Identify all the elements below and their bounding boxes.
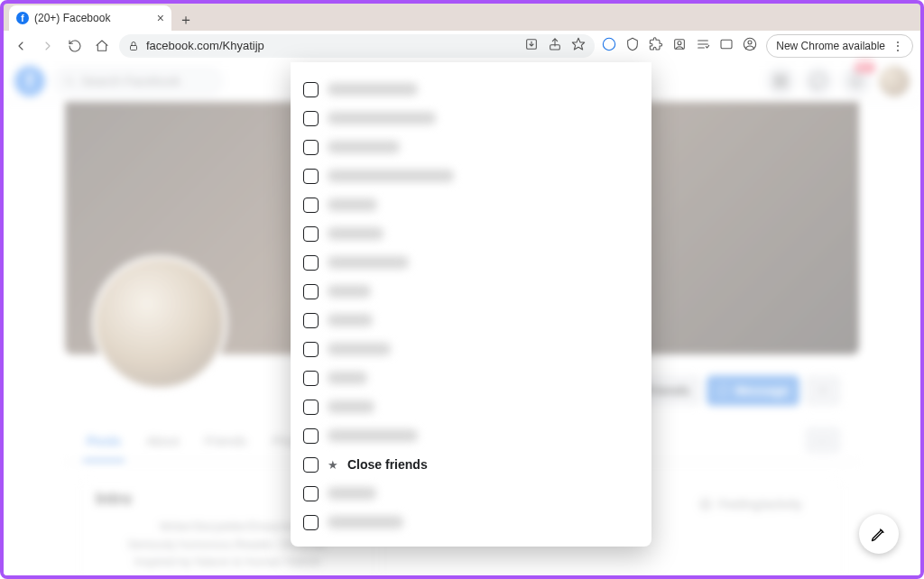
checkbox[interactable] bbox=[303, 226, 319, 242]
edit-fab[interactable] bbox=[859, 514, 899, 554]
checkbox[interactable] bbox=[303, 400, 319, 415]
bookmark-star-icon[interactable] bbox=[571, 37, 586, 54]
messenger-small-icon bbox=[717, 384, 730, 397]
forward-button[interactable] bbox=[38, 36, 58, 56]
shield-icon[interactable] bbox=[625, 37, 640, 55]
facebook-favicon: f bbox=[16, 12, 29, 24]
tab-more[interactable]: ··· bbox=[805, 427, 841, 454]
svg-point-15 bbox=[774, 75, 777, 78]
list-item-label bbox=[328, 112, 436, 124]
profile-picture[interactable] bbox=[92, 255, 227, 391]
list-item-label bbox=[328, 343, 391, 355]
share-icon[interactable] bbox=[548, 37, 562, 54]
list-item-label bbox=[328, 314, 373, 326]
address-bar[interactable]: facebook.com/Khyatijp bbox=[119, 34, 595, 58]
friend-list-item[interactable] bbox=[303, 335, 639, 363]
notifications-icon[interactable]: 20+ bbox=[841, 66, 872, 96]
reload-button[interactable] bbox=[65, 36, 85, 56]
messenger-icon[interactable] bbox=[803, 66, 834, 96]
downloads-icon[interactable] bbox=[602, 37, 616, 55]
tab-posts[interactable]: Posts bbox=[83, 427, 125, 462]
user-avatar[interactable] bbox=[879, 66, 910, 96]
friend-list-item[interactable] bbox=[303, 161, 639, 190]
list-item-label bbox=[328, 256, 409, 269]
tab-strip: f (20+) Facebook × ＋ bbox=[4, 4, 920, 31]
pencil-icon bbox=[870, 525, 888, 543]
checkbox[interactable] bbox=[303, 140, 319, 155]
kebab-icon: ⋮ bbox=[892, 40, 903, 52]
list-item-label bbox=[328, 487, 376, 500]
friend-list-item[interactable] bbox=[303, 392, 639, 421]
svg-point-19 bbox=[780, 79, 782, 82]
checkbox[interactable] bbox=[303, 515, 319, 530]
list-item-label bbox=[328, 170, 454, 182]
list-item-label bbox=[328, 372, 367, 384]
browser-tab[interactable]: f (20+) Facebook × bbox=[9, 5, 171, 31]
checkbox[interactable] bbox=[303, 428, 319, 444]
install-icon[interactable] bbox=[524, 37, 539, 54]
checkbox[interactable] bbox=[303, 486, 319, 501]
profile-avatar-icon[interactable] bbox=[743, 37, 757, 55]
account-icon[interactable] bbox=[672, 37, 687, 55]
list-item-label bbox=[328, 198, 377, 211]
friend-list-item[interactable] bbox=[303, 248, 639, 277]
chevron-down-icon bbox=[817, 384, 829, 397]
browser-toolbar: facebook.com/Khyatijp New Chrome availab… bbox=[4, 31, 920, 60]
friend-list-item[interactable] bbox=[303, 75, 639, 104]
friend-list-item[interactable] bbox=[303, 190, 639, 219]
reading-list-icon[interactable] bbox=[696, 37, 710, 55]
list-item-label: Close friends bbox=[347, 457, 428, 472]
checkbox[interactable] bbox=[303, 111, 319, 126]
extensions-icon[interactable] bbox=[649, 37, 663, 55]
star-icon: ★ bbox=[328, 458, 338, 472]
lock-icon bbox=[128, 41, 139, 51]
checkbox[interactable] bbox=[303, 313, 319, 328]
checkbox[interactable] bbox=[303, 284, 319, 299]
close-tab-icon[interactable]: × bbox=[157, 12, 164, 24]
svg-point-29 bbox=[704, 502, 705, 503]
checkbox[interactable] bbox=[303, 82, 319, 97]
friend-list-item[interactable] bbox=[303, 306, 639, 335]
menu-icon[interactable] bbox=[765, 66, 796, 96]
friend-list-item[interactable] bbox=[303, 421, 639, 450]
tab-search-icon[interactable] bbox=[719, 37, 734, 55]
back-button[interactable] bbox=[11, 36, 31, 56]
url-text: facebook.com/Khyatijp bbox=[146, 39, 264, 52]
friend-list-item[interactable] bbox=[303, 277, 639, 306]
friend-list-item[interactable] bbox=[303, 133, 639, 161]
search-icon bbox=[63, 75, 76, 87]
tab-friends[interactable]: Friends bbox=[201, 427, 251, 462]
checkbox[interactable] bbox=[303, 169, 319, 184]
message-button[interactable]: Message bbox=[707, 375, 799, 406]
new-tab-button[interactable]: ＋ bbox=[175, 9, 197, 31]
checkbox[interactable] bbox=[303, 255, 319, 271]
svg-point-20 bbox=[784, 79, 787, 82]
chrome-update-pill[interactable]: New Chrome available ⋮ bbox=[766, 34, 913, 58]
friend-list-item[interactable]: ★Close friends bbox=[303, 450, 639, 479]
friend-list-modal: ★Close friends bbox=[291, 62, 651, 547]
friend-list-item[interactable] bbox=[303, 508, 639, 537]
svg-point-21 bbox=[774, 84, 777, 87]
facebook-search[interactable]: Search Facebook bbox=[52, 66, 224, 96]
tab-about[interactable]: About bbox=[143, 427, 183, 462]
smile-icon bbox=[698, 497, 713, 511]
svg-point-18 bbox=[774, 79, 777, 82]
tab-title: (20+) Facebook bbox=[34, 12, 110, 24]
list-item-label bbox=[328, 429, 418, 442]
more-actions-button[interactable] bbox=[805, 375, 841, 406]
checkbox[interactable] bbox=[303, 457, 319, 473]
friend-list-item[interactable] bbox=[303, 219, 639, 248]
checkbox[interactable] bbox=[303, 198, 319, 213]
svg-point-16 bbox=[780, 75, 782, 78]
friend-list-item[interactable] bbox=[303, 363, 639, 392]
home-button[interactable] bbox=[92, 36, 112, 56]
friend-list-item[interactable] bbox=[303, 104, 639, 133]
svg-line-14 bbox=[71, 83, 74, 86]
list-item-label bbox=[328, 285, 371, 298]
facebook-logo[interactable]: f bbox=[14, 66, 45, 96]
composer-feeling[interactable]: Feeling/activity bbox=[698, 497, 802, 511]
svg-rect-10 bbox=[721, 40, 732, 48]
checkbox[interactable] bbox=[303, 371, 319, 386]
checkbox[interactable] bbox=[303, 342, 319, 357]
friend-list-item[interactable] bbox=[303, 479, 639, 508]
